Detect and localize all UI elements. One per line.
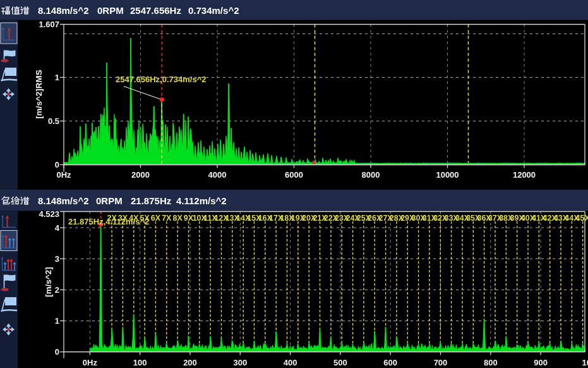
- svg-text:1: 1: [55, 316, 59, 326]
- svg-text:4000: 4000: [208, 170, 227, 180]
- svg-text:4.523: 4.523: [39, 209, 59, 219]
- svg-text:500: 500: [333, 358, 347, 367]
- svg-text:12000: 12000: [513, 170, 536, 180]
- svg-text:21.875Hz: 21.875Hz: [131, 195, 171, 206]
- svg-text:400: 400: [284, 358, 297, 367]
- svg-text:2000: 2000: [131, 170, 150, 180]
- svg-text:1: 1: [55, 73, 59, 82]
- svg-text:8X: 8X: [172, 214, 183, 223]
- svg-text:6X: 6X: [151, 214, 161, 223]
- svg-text:3: 3: [55, 254, 59, 264]
- svg-text:0: 0: [55, 347, 59, 357]
- svg-text:[m/s^2]RMS: [m/s^2]RMS: [34, 70, 44, 119]
- svg-text:2547.656Hz: 2547.656Hz: [130, 5, 181, 16]
- svg-text:0.734m/s^2: 0.734m/s^2: [188, 5, 239, 16]
- svg-text:21.875Hz,4.112m/s^2: 21.875Hz,4.112m/s^2: [68, 217, 149, 226]
- svg-text:900: 900: [534, 358, 548, 367]
- svg-text:600: 600: [383, 358, 397, 367]
- svg-text:1.607: 1.607: [39, 20, 59, 29]
- svg-text:800: 800: [484, 358, 498, 367]
- svg-text:4: 4: [55, 223, 60, 233]
- svg-text:4.112m/s^2: 4.112m/s^2: [176, 195, 227, 206]
- svg-text:8000: 8000: [362, 170, 380, 180]
- svg-text:100: 100: [133, 358, 147, 367]
- svg-text:0Hz: 0Hz: [83, 358, 98, 367]
- svg-text:300: 300: [233, 358, 247, 367]
- svg-text:1000: 1000: [582, 358, 588, 367]
- svg-text:0: 0: [55, 160, 59, 169]
- svg-text:0.5: 0.5: [48, 116, 59, 126]
- svg-text:2: 2: [55, 285, 59, 295]
- svg-text:45X: 45X: [576, 214, 588, 223]
- svg-text:200: 200: [183, 358, 197, 367]
- svg-text:8.148m/s^2: 8.148m/s^2: [38, 5, 89, 16]
- svg-text:8.148m/s^2: 8.148m/s^2: [38, 195, 89, 206]
- svg-text:0RPM: 0RPM: [97, 5, 124, 16]
- svg-text:7X: 7X: [162, 214, 172, 223]
- svg-text:6000: 6000: [285, 170, 303, 180]
- svg-text:0Hz: 0Hz: [56, 170, 71, 180]
- svg-text:0RPM: 0RPM: [96, 195, 123, 206]
- svg-text:2547.656Hz,0.734m/s^2: 2547.656Hz,0.734m/s^2: [116, 75, 206, 84]
- svg-text:10000: 10000: [436, 170, 459, 180]
- svg-text:[m/s^2]: [m/s^2]: [44, 267, 53, 297]
- svg-text:700: 700: [434, 358, 448, 367]
